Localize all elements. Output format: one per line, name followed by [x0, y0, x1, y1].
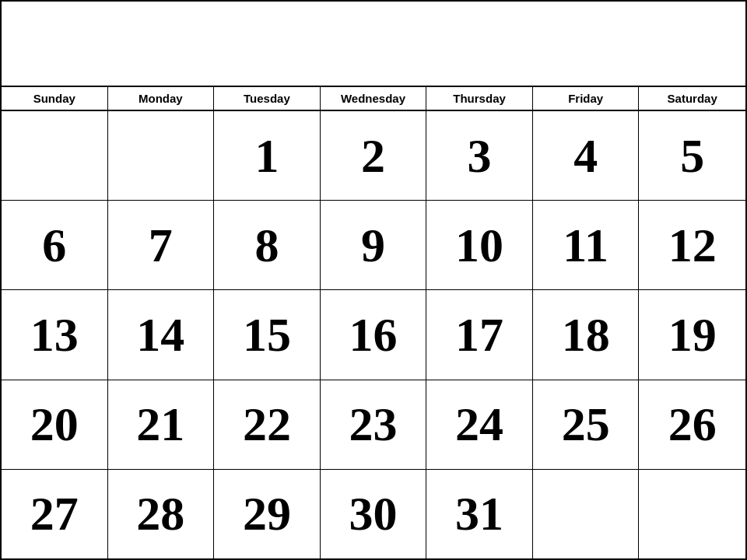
day-cell-21: 21 [108, 380, 215, 469]
calendar-grid: SundayMondayTuesdayWednesdayThursdayFrid… [2, 87, 745, 558]
day-cell-31: 31 [426, 470, 533, 558]
day-cell-8: 8 [214, 201, 321, 289]
day-cell-29: 29 [214, 470, 321, 558]
day-cell-5: 5 [639, 111, 745, 200]
day-cell-19: 19 [639, 290, 745, 379]
day-cell-4: 4 [533, 111, 640, 200]
day-headers-row: SundayMondayTuesdayWednesdayThursdayFrid… [2, 87, 745, 111]
day-header-monday: Monday [108, 87, 215, 110]
day-cell-27: 27 [2, 470, 108, 558]
day-cell-2: 2 [321, 111, 427, 200]
day-cell-empty-4-6 [639, 470, 745, 558]
day-cell-23: 23 [321, 380, 427, 469]
day-cell-7: 7 [108, 201, 215, 289]
day-cell-14: 14 [108, 290, 215, 379]
day-cell-16: 16 [321, 290, 427, 379]
day-cell-25: 25 [533, 380, 640, 469]
week-row-3: 13141516171819 [2, 290, 745, 380]
day-cell-6: 6 [2, 201, 108, 289]
day-cell-12: 12 [639, 201, 745, 289]
day-cell-13: 13 [2, 290, 108, 379]
calendar-container: SundayMondayTuesdayWednesdayThursdayFrid… [0, 0, 747, 560]
week-row-1: 12345 [2, 111, 745, 201]
day-header-tuesday: Tuesday [214, 87, 321, 110]
week-row-4: 20212223242526 [2, 380, 745, 470]
day-cell-9: 9 [321, 201, 427, 289]
weeks-container: 1234567891011121314151617181920212223242… [2, 111, 745, 558]
day-cell-22: 22 [214, 380, 321, 469]
day-cell-empty-0-1 [108, 111, 215, 200]
day-cell-28: 28 [108, 470, 215, 558]
week-row-2: 6789101112 [2, 201, 745, 290]
day-cell-1: 1 [214, 111, 321, 200]
day-cell-17: 17 [426, 290, 533, 379]
day-header-saturday: Saturday [639, 87, 745, 110]
calendar-header [2, 2, 745, 87]
week-row-5: 2728293031 [2, 470, 745, 558]
day-cell-10: 10 [426, 201, 533, 289]
day-cell-3: 3 [426, 111, 533, 200]
day-cell-15: 15 [214, 290, 321, 379]
day-cell-24: 24 [426, 380, 533, 469]
day-cell-empty-4-5 [533, 470, 640, 558]
day-cell-empty-0-0 [2, 111, 108, 200]
day-header-sunday: Sunday [2, 87, 108, 110]
day-header-friday: Friday [533, 87, 640, 110]
day-cell-30: 30 [321, 470, 427, 558]
day-cell-18: 18 [533, 290, 640, 379]
day-cell-20: 20 [2, 380, 108, 469]
day-cell-26: 26 [639, 380, 745, 469]
day-cell-11: 11 [533, 201, 640, 289]
day-header-wednesday: Wednesday [321, 87, 427, 110]
day-header-thursday: Thursday [426, 87, 533, 110]
